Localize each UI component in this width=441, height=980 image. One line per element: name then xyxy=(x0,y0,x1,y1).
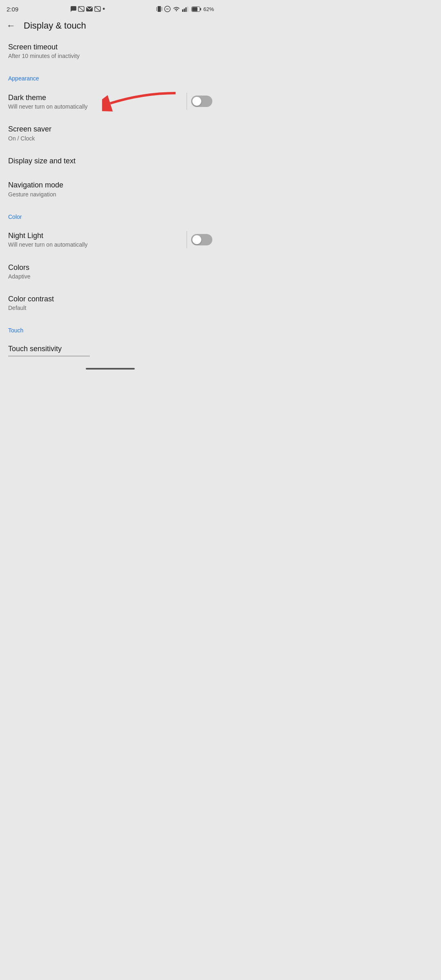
appearance-label: Appearance xyxy=(8,75,39,82)
night-light-item[interactable]: Night Light Will never turn on automatic… xyxy=(0,224,220,256)
screen-timeout-item[interactable]: Screen timeout After 10 minutes of inact… xyxy=(0,35,220,67)
svg-rect-13 xyxy=(187,7,188,12)
dark-theme-subtitle: Will never turn on automatically xyxy=(8,103,187,110)
dark-theme-text: Dark theme Will never turn on automatica… xyxy=(8,93,187,110)
dnd-icon xyxy=(164,6,171,12)
touch-section-header: Touch xyxy=(0,318,220,337)
night-light-toggle-container xyxy=(187,231,212,248)
display-size-item[interactable]: Display size and text xyxy=(0,149,220,173)
blocked2-icon xyxy=(94,6,101,12)
bottom-nav-indicator xyxy=(0,360,220,373)
svg-rect-5 xyxy=(158,6,161,12)
settings-content: Screen timeout After 10 minutes of inact… xyxy=(0,35,220,360)
dark-theme-item[interactable]: Dark theme Will never turn on automatica… xyxy=(0,85,220,117)
status-right-icons: 62% xyxy=(156,5,214,13)
color-label: Color xyxy=(8,214,22,220)
night-light-text: Night Light Will never turn on automatic… xyxy=(8,231,187,248)
mail-icon xyxy=(86,7,93,11)
appearance-section-header: Appearance xyxy=(0,67,220,85)
divider xyxy=(187,93,187,110)
blocked-icon xyxy=(78,6,85,12)
top-navigation-bar: ← Display & touch xyxy=(0,16,220,35)
page-title: Display & touch xyxy=(24,20,86,31)
svg-rect-15 xyxy=(200,8,201,10)
dot-icon: • xyxy=(102,5,105,13)
toggle-knob xyxy=(192,97,201,106)
color-contrast-text: Color contrast Default xyxy=(8,294,212,311)
touch-sensitivity-item[interactable]: Touch sensitivity xyxy=(0,337,220,360)
screen-saver-title: Screen saver xyxy=(8,125,212,134)
svg-line-4 xyxy=(95,7,100,11)
screen-timeout-title: Screen timeout xyxy=(8,42,212,52)
touch-sensitivity-title: Touch sensitivity xyxy=(8,345,212,353)
screen-saver-item[interactable]: Screen saver On / Clock xyxy=(0,117,220,149)
navigation-mode-text: Navigation mode Gesture navigation xyxy=(8,180,212,197)
vibrate-icon xyxy=(156,5,162,13)
battery-icon xyxy=(192,7,201,12)
colors-title: Colors xyxy=(8,263,212,272)
screen-timeout-text: Screen timeout After 10 minutes of inact… xyxy=(8,42,212,59)
navigation-mode-item[interactable]: Navigation mode Gesture navigation xyxy=(0,173,220,205)
chat-icon xyxy=(70,6,76,12)
colors-text: Colors Adaptive xyxy=(8,263,212,280)
svg-rect-10 xyxy=(182,9,183,12)
divider2 xyxy=(187,231,187,248)
screen-saver-text: Screen saver On / Clock xyxy=(8,125,212,141)
night-light-toggle[interactable] xyxy=(191,234,212,245)
dark-theme-title: Dark theme xyxy=(8,93,187,102)
navigation-mode-subtitle: Gesture navigation xyxy=(8,191,212,198)
touch-sensitivity-underline xyxy=(8,356,90,356)
colors-item[interactable]: Colors Adaptive xyxy=(0,256,220,287)
battery-percent: 62% xyxy=(203,6,214,12)
status-bar: 2:09 • xyxy=(0,0,220,16)
color-contrast-title: Color contrast xyxy=(8,294,212,304)
wifi-icon xyxy=(173,6,180,12)
dark-theme-toggle[interactable] xyxy=(191,96,212,107)
color-section-header: Color xyxy=(0,205,220,224)
status-time: 2:09 xyxy=(7,6,18,13)
dark-theme-toggle-container xyxy=(187,93,212,110)
toggle-knob2 xyxy=(192,235,201,244)
colors-subtitle: Adaptive xyxy=(8,273,212,280)
display-size-title: Display size and text xyxy=(8,156,212,166)
svg-line-1 xyxy=(78,7,84,11)
screen-timeout-subtitle: After 10 minutes of inactivity xyxy=(8,53,212,59)
display-size-text: Display size and text xyxy=(8,156,212,166)
night-light-title: Night Light xyxy=(8,231,187,241)
nav-pill xyxy=(86,368,135,370)
navigation-mode-title: Navigation mode xyxy=(8,180,212,190)
night-light-subtitle: Will never turn on automatically xyxy=(8,241,187,248)
svg-rect-12 xyxy=(185,7,187,12)
back-button[interactable]: ← xyxy=(7,20,16,31)
status-icons: • xyxy=(70,5,105,13)
color-contrast-item[interactable]: Color contrast Default xyxy=(0,287,220,318)
svg-rect-16 xyxy=(192,7,197,11)
svg-rect-11 xyxy=(184,9,185,12)
signal-icon xyxy=(182,6,189,12)
touch-label: Touch xyxy=(8,327,23,334)
color-contrast-subtitle: Default xyxy=(8,305,212,311)
screen-saver-subtitle: On / Clock xyxy=(8,135,212,142)
